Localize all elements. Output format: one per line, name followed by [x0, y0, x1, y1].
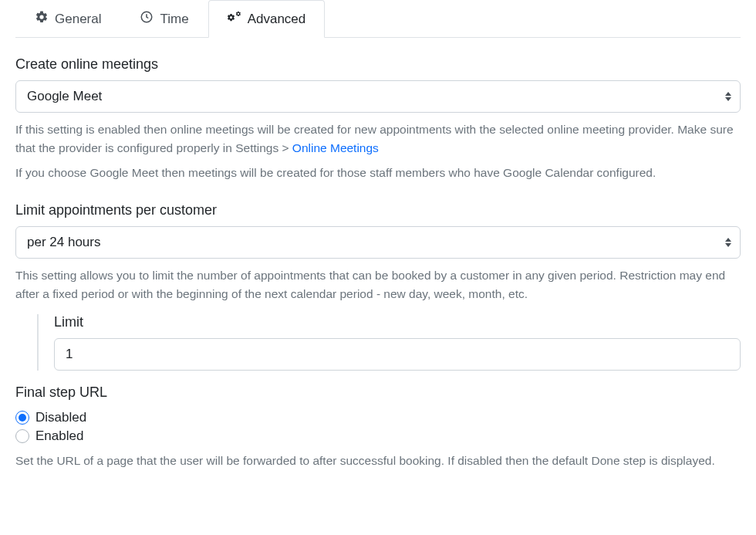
clock-icon	[140, 10, 154, 28]
limit-appointments-select[interactable]	[15, 226, 741, 259]
gears-icon	[228, 10, 241, 28]
radio-label: Enabled	[35, 428, 83, 444]
radio-label: Disabled	[35, 410, 86, 425]
limit-value-input[interactable]	[54, 338, 741, 371]
gear-icon	[35, 10, 49, 28]
online-meetings-label: Create online meetings	[15, 56, 741, 73]
online-meetings-select[interactable]	[15, 80, 741, 113]
online-meetings-help-google: If you choose Google Meet then meetings …	[15, 164, 741, 182]
final-step-url-help: Set the URL of a page that the user will…	[15, 452, 741, 470]
tab-advanced[interactable]: Advanced	[208, 0, 326, 38]
final-step-url-label: Final step URL	[15, 384, 741, 401]
tab-label: General	[55, 12, 101, 27]
radio-icon	[15, 411, 29, 425]
radio-enabled[interactable]: Enabled	[15, 427, 741, 445]
limit-appointments-label: Limit appointments per customer	[15, 202, 741, 218]
tab-label: Time	[160, 12, 188, 27]
limit-block: Limit	[37, 314, 741, 371]
tab-time[interactable]: Time	[120, 0, 208, 38]
tabs: General Time Advanced	[15, 0, 741, 38]
tab-general[interactable]: General	[15, 0, 120, 38]
final-step-url-radio-group: Disabled Enabled	[15, 408, 741, 445]
tab-label: Advanced	[248, 12, 306, 27]
online-meetings-help: If this setting is enabled then online m…	[15, 120, 741, 157]
online-meetings-link[interactable]: Online Meetings	[292, 141, 379, 154]
limit-appointments-help: This setting allows you to limit the num…	[15, 266, 741, 303]
radio-disabled[interactable]: Disabled	[15, 408, 741, 427]
radio-icon	[15, 429, 29, 443]
limit-value-label: Limit	[54, 314, 741, 330]
online-meetings-select-wrap	[15, 80, 741, 113]
limit-appointments-select-wrap	[15, 226, 741, 259]
